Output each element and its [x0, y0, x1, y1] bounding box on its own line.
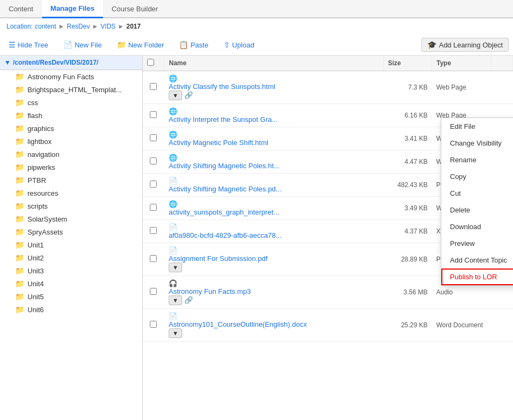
context-menu-item-6[interactable]: Download: [441, 218, 513, 235]
file-link-9[interactable]: Astronomy101_CourseOutline(English).docx: [169, 320, 379, 328]
sidebar-item-11[interactable]: 📁SolarSystem: [0, 212, 142, 225]
sidebar-item-16[interactable]: 📁Unit4: [0, 277, 142, 290]
folder-icon: 📁: [15, 98, 24, 107]
sidebar-item-label: Unit2: [27, 254, 44, 262]
context-menu-item-7[interactable]: Preview: [441, 235, 513, 252]
sidebar-item-18[interactable]: 📁Unit6: [0, 303, 142, 316]
sidebar-item-10[interactable]: 📁scripts: [0, 199, 142, 212]
tab-course-builder[interactable]: Course Builder: [103, 0, 167, 17]
row-checkbox-8[interactable]: [150, 288, 157, 295]
doc-icon: 📄: [169, 177, 177, 185]
context-menu-item-1[interactable]: Change Visibility: [441, 135, 513, 152]
col-name: Name: [164, 56, 384, 71]
sidebar-item-15[interactable]: 📁Unit3: [0, 264, 142, 277]
folder-icon: 📁: [15, 111, 24, 120]
globe-icon: 🌐: [169, 74, 177, 82]
row-checkbox-5[interactable]: [150, 204, 157, 211]
new-file-button[interactable]: 📄 New File: [59, 38, 106, 51]
row-dropdown-btn[interactable]: ▼: [169, 263, 182, 272]
sidebar-item-0[interactable]: 📁Astronomy Fun Facts: [0, 70, 142, 83]
file-link-7[interactable]: Assignment For Submission.pdf: [169, 254, 379, 263]
new-folder-button[interactable]: 📁 New Folder: [113, 38, 168, 51]
select-all-checkbox[interactable]: [147, 59, 154, 66]
row-size-cell: 482.43 KB: [384, 174, 432, 197]
row-checkbox-6[interactable]: [150, 227, 157, 234]
context-menu-item-9[interactable]: Publish to LOR: [441, 268, 513, 285]
sidebar-item-17[interactable]: 📁Unit5: [0, 290, 142, 303]
sidebar-item-14[interactable]: 📁Unit2: [0, 251, 142, 264]
sidebar-item-label: Unit4: [27, 280, 44, 288]
new-file-label: New File: [74, 41, 102, 49]
row-size-cell: 6.16 KB: [384, 104, 432, 127]
link-icon[interactable]: 🔗: [184, 296, 193, 304]
file-link-5[interactable]: activity_sunspots_graph_interpret...: [169, 208, 379, 216]
paste-label: Paste: [190, 41, 208, 49]
tab-content[interactable]: Content: [0, 0, 42, 17]
file-link-2[interactable]: Activity Magnetic Pole Shift.html: [169, 139, 379, 147]
row-name-cell: 📄 Assignment For Submission.pdf ▼: [164, 243, 384, 276]
file-link-3[interactable]: Activity Shifting Magnetic Poles.ht...: [169, 162, 379, 170]
hide-tree-button[interactable]: ☰ Hide Tree: [4, 38, 52, 51]
new-file-icon: 📄: [63, 40, 72, 49]
row-size-cell: 3.56 MB: [384, 276, 432, 309]
paste-button[interactable]: 📋 Paste: [175, 38, 212, 51]
file-link-4[interactable]: Activity Shifting Magnetic Poles.pd...: [169, 185, 379, 193]
row-action-cell: [491, 71, 513, 104]
sidebar-item-9[interactable]: 📁resources: [0, 187, 142, 199]
sidebar-item-6[interactable]: 📁navigation: [0, 148, 142, 161]
add-learning-object-label: Add Learning Object: [439, 41, 503, 49]
add-learning-object-button[interactable]: 🎓 Add Learning Object: [421, 38, 509, 52]
context-menu-item-0[interactable]: Edit File: [441, 118, 513, 135]
file-link-0[interactable]: Activity Classify the Sunspots.html: [169, 82, 379, 91]
sidebar-item-12[interactable]: 📁SpryAssets: [0, 225, 142, 238]
row-dropdown-btn[interactable]: ▼: [169, 328, 182, 338]
location-part-vids[interactable]: VIDS: [101, 23, 116, 30]
context-menu-item-4[interactable]: Cut: [441, 185, 513, 202]
context-menu: Edit FileChange VisibilityRenameCopyCutD…: [441, 118, 513, 286]
folder-icon: 📁: [15, 163, 24, 171]
folder-icon: 📁: [15, 305, 24, 314]
folder-icon: 📁: [15, 176, 24, 184]
link-icon[interactable]: 🔗: [184, 91, 193, 99]
row-name-cell: 🌐 Activity Shifting Magnetic Poles.ht...: [164, 150, 384, 174]
folder-icon: 📁: [15, 266, 24, 275]
sidebar-item-7[interactable]: 📁pipwerks: [0, 161, 142, 174]
row-dropdown-btn[interactable]: ▼: [169, 295, 182, 305]
row-check-cell: [143, 220, 164, 243]
location-part-content[interactable]: content: [35, 23, 56, 30]
sidebar-item-5[interactable]: 📁lightbox: [0, 135, 142, 148]
sidebar-item-1[interactable]: 📁Brightspace_HTML_Templat...: [0, 83, 142, 96]
context-menu-item-5[interactable]: Delete: [441, 202, 513, 218]
tab-manage-files[interactable]: Manage Files: [42, 0, 103, 18]
sidebar-item-8[interactable]: 📁PTBR: [0, 174, 142, 187]
row-check-cell: [143, 150, 164, 174]
row-checkbox-9[interactable]: [150, 321, 157, 328]
tab-bar: Content Manage Files Course Builder: [0, 0, 513, 18]
sidebar-item-3[interactable]: 📁flash: [0, 109, 142, 122]
location-part-resdev[interactable]: ResDev: [67, 23, 90, 30]
context-menu-item-3[interactable]: Copy: [441, 168, 513, 185]
row-checkbox-4[interactable]: [150, 181, 157, 188]
context-menu-item-2[interactable]: Rename: [441, 152, 513, 168]
hide-tree-label: Hide Tree: [18, 41, 48, 49]
upload-button[interactable]: ⇧ Upload: [219, 38, 259, 51]
row-checkbox-0[interactable]: [150, 83, 157, 90]
row-size-cell: 25.29 KB: [384, 309, 432, 342]
row-dropdown-btn[interactable]: ▼: [169, 91, 182, 100]
file-link-1[interactable]: Activity Interpret the Sunspot Gra...: [169, 115, 379, 123]
file-link-8[interactable]: Astronomy Fun Facts.mp3: [169, 287, 379, 295]
sidebar-header[interactable]: ▼ /content/ResDev/VIDS/2017/: [0, 56, 142, 70]
sidebar-item-13[interactable]: 📁Unit1: [0, 238, 142, 251]
sidebar-item-4[interactable]: 📁graphics: [0, 122, 142, 135]
row-checkbox-3[interactable]: [150, 157, 157, 164]
file-link-6[interactable]: af0a980c-bcfd-4829-afb6-aecca78...: [169, 231, 379, 239]
row-checkbox-7[interactable]: [150, 255, 157, 262]
location-part-2017: 2017: [126, 23, 141, 30]
row-checkbox-2[interactable]: [150, 134, 157, 141]
folder-icon: 📁: [15, 279, 24, 288]
row-checkbox-1[interactable]: [150, 111, 157, 118]
sidebar-item-2[interactable]: 📁css: [0, 96, 142, 109]
sidebar-item-label: pipwerks: [27, 163, 55, 171]
sidebar-item-label: SolarSystem: [27, 215, 67, 223]
context-menu-item-8[interactable]: Add Content Topic: [441, 252, 513, 268]
